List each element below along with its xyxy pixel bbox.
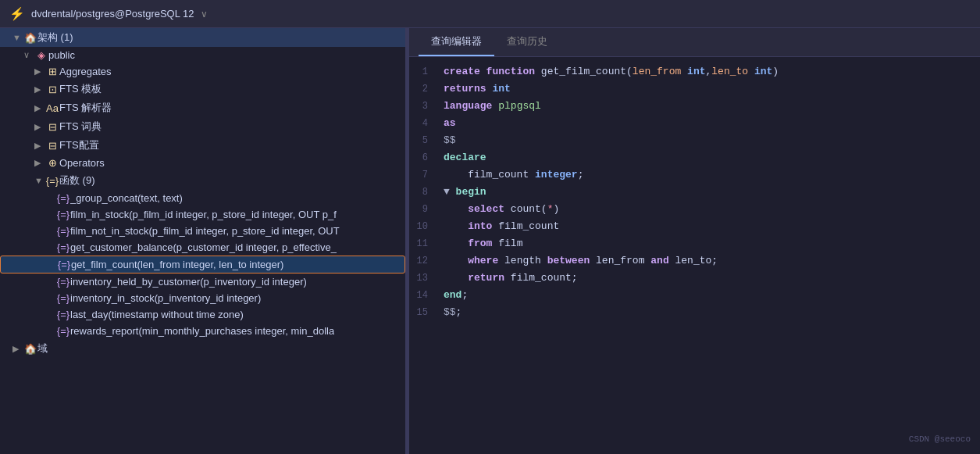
sidebar-item-functions[interactable]: ▼{=}函数 (9) <box>0 171 405 190</box>
token: $$ <box>444 306 456 318</box>
line-content-10: into film_count <box>440 218 980 235</box>
token: and <box>650 255 668 266</box>
token: into <box>468 220 492 232</box>
code-line-8: 8▼ begin <box>409 184 980 201</box>
line-content-11: from film <box>440 235 980 252</box>
editor-tabs: 查询编辑器 查询历史 <box>409 28 980 57</box>
label-func1: _group_concat(text, text) <box>70 192 183 204</box>
code-line-6: 6declare <box>409 149 980 166</box>
sidebar-item-func2[interactable]: {=}film_in_stock(p_film_id integer, p_st… <box>0 206 405 223</box>
token: language <box>444 100 492 112</box>
line-number-11: 11 <box>409 235 440 252</box>
editor-panel: 查询编辑器 查询历史 1create function get_film_cou… <box>409 28 980 454</box>
line-content-15: $$; <box>440 304 980 321</box>
code-line-4: 4as <box>409 115 980 132</box>
label-fts-dict: FTS 词典 <box>59 120 102 134</box>
icon-fts-template: ⊡ <box>45 84 59 95</box>
line-number-4: 4 <box>409 115 440 132</box>
line-content-1: create function get_film_count(len_from … <box>440 63 980 80</box>
token: ( <box>541 203 547 215</box>
token <box>444 220 468 232</box>
token <box>444 203 468 215</box>
label-operators: Operators <box>59 157 105 169</box>
watermark: CSDN @seeoco <box>909 431 971 448</box>
token: ; <box>456 306 462 318</box>
arrow-operators: ▶ <box>34 158 45 168</box>
arrow-domain: ▶ <box>12 344 23 354</box>
icon-func3: {=} <box>56 225 70 237</box>
sidebar-item-public[interactable]: ∨◈public <box>0 47 405 63</box>
sidebar-item-func4[interactable]: {=}get_customer_balance(p_customer_id in… <box>0 239 405 256</box>
arrow-aggregates: ▶ <box>34 66 45 77</box>
sidebar-item-operators[interactable]: ▶⊕Operators <box>0 155 405 171</box>
line-number-2: 2 <box>409 80 440 98</box>
icon-fts-parser: Aa <box>45 102 59 114</box>
icon-operators: ⊕ <box>45 157 59 169</box>
token: ; <box>711 255 718 266</box>
domain-label: 域 <box>37 341 48 356</box>
code-editor[interactable]: 1create function get_film_count(len_from… <box>409 57 980 454</box>
connection-title: dvdrental/postgres@PostgreSQL 12 <box>31 8 194 20</box>
token: return <box>468 272 504 284</box>
icon-func2: {=} <box>56 209 70 220</box>
line-number-8: 8 <box>409 184 440 201</box>
icon-public: ◈ <box>34 49 48 61</box>
token <box>444 272 468 284</box>
line-number-3: 3 <box>409 98 440 115</box>
token: len_from <box>633 66 681 77</box>
tab-query-editor[interactable]: 查询编辑器 <box>419 28 494 56</box>
token: ; <box>572 272 578 284</box>
code-line-14: 14end; <box>409 287 980 304</box>
sidebar-item-fts-template[interactable]: ▶⊡FTS 模板 <box>0 80 405 98</box>
sidebar-item-aggregates[interactable]: ▶⊞Aggregates <box>0 63 405 80</box>
token: plpgsql <box>492 100 540 112</box>
sidebar-item-func9[interactable]: {=}rewards_report(min_monthly_purchases … <box>0 323 405 339</box>
token: ▼ <box>444 186 456 198</box>
token: as <box>444 117 456 129</box>
token: $$ <box>444 134 456 146</box>
sidebar-item-func5[interactable]: {=}get_film_count(len_from integer, len_… <box>0 256 405 273</box>
sidebar-item-fts-parser[interactable]: ▶AaFTS 解析器 <box>0 98 405 117</box>
line-content-9: select count(*) <box>440 201 980 218</box>
token: int <box>748 66 772 77</box>
line-content-2: returns int <box>440 80 980 98</box>
arrow-expand-top: ▼ <box>12 33 23 42</box>
sidebar-item-func6[interactable]: {=}inventory_held_by_customer(p_inventor… <box>0 273 405 290</box>
line-content-14: end; <box>440 287 980 304</box>
arrow-fts-config: ▶ <box>34 141 45 151</box>
line-content-6: declare <box>440 149 980 166</box>
domain-icon: 🏠 <box>23 343 37 355</box>
sidebar-item-expand-top[interactable]: ▼🏠架构 (1) <box>0 28 405 47</box>
sidebar-item-fts-config[interactable]: ▶⊟FTS配置 <box>0 136 405 155</box>
token: film_count <box>444 169 535 181</box>
tab-query-history[interactable]: 查询历史 <box>494 28 560 56</box>
line-number-5: 5 <box>409 132 440 149</box>
arrow-fts-dict: ▶ <box>34 122 45 132</box>
line-content-3: language plpgsql <box>440 98 980 115</box>
icon-fts-config: ⊟ <box>45 140 59 152</box>
sidebar-item-func8[interactable]: {=}last_day(timestamp without time zone) <box>0 306 405 323</box>
token: ; <box>578 169 584 181</box>
code-line-3: 3language plpgsql <box>409 98 980 115</box>
icon-fts-dict: ⊟ <box>45 121 59 133</box>
token: len_to <box>711 66 748 77</box>
arrow-public: ∨ <box>23 50 34 60</box>
sidebar-item-func3[interactable]: {=}film_not_in_stock(p_film_id integer, … <box>0 223 405 239</box>
token: len_from <box>590 255 650 266</box>
sidebar-item-domain[interactable]: ▶ 🏠 域 <box>0 339 405 358</box>
label-functions: 函数 (9) <box>59 173 95 188</box>
token: integer <box>535 169 578 181</box>
connection-dropdown-arrow[interactable]: ∨ <box>201 9 208 20</box>
db-icon: ⚡ <box>9 6 25 21</box>
token: ( <box>626 66 633 77</box>
line-content-4: as <box>440 115 980 132</box>
sidebar-item-func1[interactable]: {=}_group_concat(text, text) <box>0 190 405 206</box>
sidebar-item-func7[interactable]: {=}inventory_in_stock(p_inventory_id int… <box>0 290 405 306</box>
token: where <box>468 255 498 266</box>
label-func9: rewards_report(min_monthly_purchases int… <box>70 325 334 337</box>
sidebar-item-fts-dict[interactable]: ▶⊟FTS 词典 <box>0 117 405 136</box>
label-aggregates: Aggregates <box>59 66 112 77</box>
icon-func4: {=} <box>56 241 70 253</box>
line-content-12: where length between len_from and len_to… <box>440 252 980 270</box>
token: declare <box>444 152 486 163</box>
